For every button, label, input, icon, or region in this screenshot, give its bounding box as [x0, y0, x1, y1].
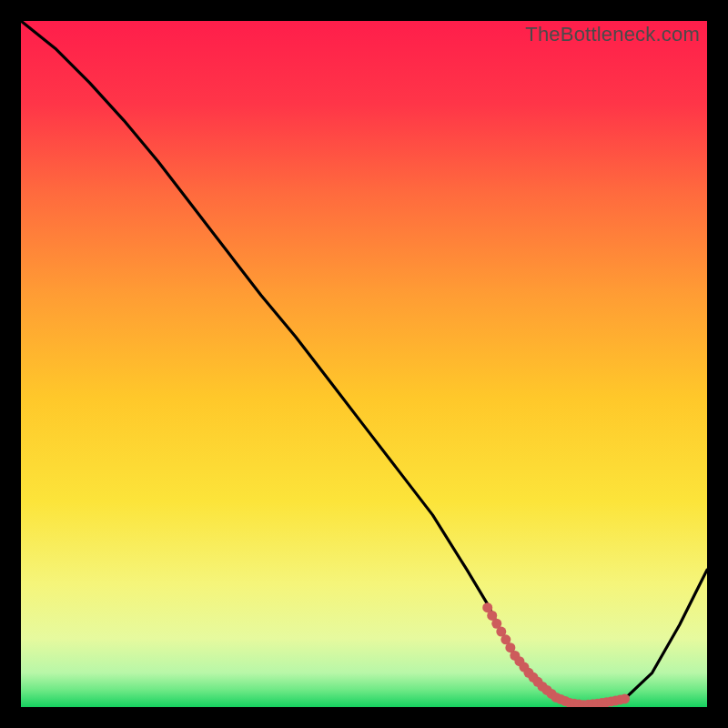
plot-svg: [21, 21, 707, 707]
watermark-text: TheBottleneck.com: [525, 23, 700, 46]
sweet-spot-dot: [620, 693, 630, 703]
gradient-rect: [21, 21, 707, 707]
plot-area: TheBottleneck.com: [21, 21, 707, 707]
chart-frame: TheBottleneck.com: [0, 0, 728, 728]
